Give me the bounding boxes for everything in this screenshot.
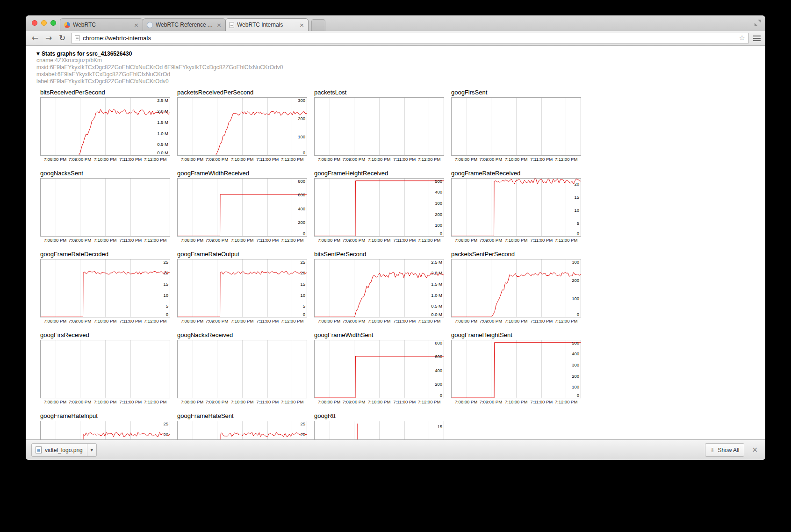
chart-xaxis: 7:08:00 PM7:09:00 PM7:10:00 PM7:11:00 PM… xyxy=(314,318,444,324)
chart-plot: 20151050 xyxy=(451,178,581,237)
x-tick-label: 7:09:00 PM xyxy=(68,237,91,243)
stat-chart: googFrameRateSent 2520151050 7:08:00 PM7… xyxy=(177,412,314,439)
chart-xaxis: 7:08:00 PM7:09:00 PM7:10:00 PM7:11:00 PM… xyxy=(40,237,170,244)
x-tick-label: 7:08:00 PM xyxy=(455,237,478,243)
chart-line-svg xyxy=(41,259,170,317)
url-text[interactable]: chrome://webrtc-internals xyxy=(83,35,151,42)
tab-strip: WebRTC × WebRTC Reference App × WebRTC I… xyxy=(26,15,765,31)
stat-chart: googFrameRateDecoded 2520151050 7:08:00 … xyxy=(40,251,177,331)
x-tick-label: 7:08:00 PM xyxy=(44,237,67,243)
x-tick-label: 7:11:00 PM xyxy=(256,318,279,324)
stat-chart: googFrameHeightSent 5004003002001000 7:0… xyxy=(451,331,588,412)
internals-favicon-icon xyxy=(230,22,234,28)
stats-graphs-heading[interactable]: ▼ Stats graphs for ssrc_4136526430 xyxy=(36,50,765,57)
address-bar[interactable]: chrome://webrtc-internals ☆ xyxy=(71,33,749,44)
x-tick-label: 7:08:00 PM xyxy=(455,318,478,324)
forward-icon[interactable]: → xyxy=(44,34,53,42)
stat-chart: bitsSentPerSecond 2.5 M2.0 M1.5 M1.0 M0.… xyxy=(314,251,451,331)
gridline xyxy=(541,98,542,155)
fullscreen-icon[interactable] xyxy=(755,20,761,26)
x-tick-label: 7:11:00 PM xyxy=(119,399,142,404)
x-tick-label: 7:10:00 PM xyxy=(94,237,117,243)
y-tick-label: 300 xyxy=(298,97,305,102)
new-tab-button[interactable] xyxy=(311,19,325,31)
chart-title: googFrameWidthReceived xyxy=(177,170,314,177)
y-tick-label: 20 xyxy=(574,181,579,187)
chart-plot: 5004003002001000 xyxy=(314,178,444,237)
chart-xaxis: 7:08:00 PM7:09:00 PM7:10:00 PM7:11:00 PM… xyxy=(40,399,170,405)
chart-xaxis: 7:08:00 PM7:09:00 PM7:10:00 PM7:11:00 PM… xyxy=(177,157,307,163)
chart-title: googFrameHeightSent xyxy=(451,331,588,338)
back-icon[interactable]: ← xyxy=(30,34,40,42)
chart-xaxis: 7:08:00 PM7:09:00 PM7:10:00 PM7:11:00 PM… xyxy=(451,237,581,244)
x-tick-label: 7:10:00 PM xyxy=(231,318,254,324)
y-tick-label: 0 xyxy=(577,230,579,236)
y-tick-label: 1.0 M xyxy=(431,292,442,297)
y-tick-label: 25 xyxy=(163,421,168,426)
gridline xyxy=(467,98,467,155)
reload-icon[interactable]: ↻ xyxy=(58,34,67,42)
x-tick-label: 7:09:00 PM xyxy=(68,399,91,404)
menu-icon[interactable] xyxy=(753,36,761,41)
tab-webrtc-internals[interactable]: WebRTC Internals × xyxy=(225,18,309,31)
download-item[interactable]: vidtel_logo.png ▾ xyxy=(31,443,97,457)
tab-webrtc-reference-app[interactable]: WebRTC Reference App × xyxy=(143,18,226,31)
download-arrow-icon: ⇩ xyxy=(710,447,715,453)
chart-xaxis: 7:08:00 PM7:09:00 PM7:10:00 PM7:11:00 PM… xyxy=(314,399,444,405)
y-tick-label: 500 xyxy=(572,340,579,345)
tab-close-icon[interactable]: × xyxy=(134,22,139,28)
x-tick-label: 7:09:00 PM xyxy=(479,157,502,162)
downloads-close-icon[interactable]: × xyxy=(752,446,758,453)
x-tick-label: 7:09:00 PM xyxy=(479,318,502,324)
downloads-bar: vidtel_logo.png ▾ ⇩ Show All × xyxy=(26,439,765,460)
y-tick-label: 300 xyxy=(572,362,579,367)
tabs: WebRTC × WebRTC Reference App × WebRTC I… xyxy=(60,18,325,31)
y-tick-label: 20 xyxy=(163,432,168,437)
chart-plot: 8006004002000 xyxy=(177,178,307,237)
chart-line-svg xyxy=(315,421,444,439)
tab-close-icon[interactable]: × xyxy=(216,22,222,28)
chart-plot: 5004003002001000 xyxy=(451,340,581,398)
gridline xyxy=(404,98,405,155)
collapse-triangle-icon: ▼ xyxy=(36,51,40,56)
x-tick-label: 7:09:00 PM xyxy=(205,399,228,404)
x-tick-label: 7:12:00 PM xyxy=(555,237,578,243)
chart-xaxis: 7:08:00 PM7:09:00 PM7:10:00 PM7:11:00 PM… xyxy=(177,399,307,405)
y-tick-label: 200 xyxy=(572,373,579,378)
x-tick-label: 7:11:00 PM xyxy=(393,237,416,243)
window-close-button[interactable] xyxy=(32,20,37,26)
chart-title: googFrameHeightReceived xyxy=(314,170,451,177)
y-tick-label: 800 xyxy=(435,340,442,345)
x-tick-label: 7:12:00 PM xyxy=(281,318,304,324)
gridline xyxy=(429,98,429,155)
meta-mslabel: mslabel:6E9laEYkyxIkTCxDgc82ZGoEhlCfxNuC… xyxy=(36,71,765,78)
chart-line-svg xyxy=(178,179,307,236)
x-tick-label: 7:08:00 PM xyxy=(318,157,341,162)
x-tick-label: 7:09:00 PM xyxy=(205,157,228,162)
y-tick-label: 5 xyxy=(166,303,168,309)
chart-plot: 2520151050 xyxy=(177,259,307,317)
tab-title: WebRTC Internals xyxy=(237,22,296,28)
tab-webrtc[interactable]: WebRTC × xyxy=(60,18,143,31)
bookmark-star-icon[interactable]: ☆ xyxy=(739,35,745,42)
y-tick-label: 0 xyxy=(440,230,442,236)
window-minimize-button[interactable] xyxy=(41,20,47,26)
show-all-button[interactable]: ⇩ Show All xyxy=(705,443,744,457)
x-tick-label: 7:09:00 PM xyxy=(205,318,228,324)
y-tick-label: 600 xyxy=(298,192,305,197)
chart-line-svg xyxy=(41,421,170,439)
chart-line-svg xyxy=(178,421,307,439)
x-tick-label: 7:12:00 PM xyxy=(144,157,167,162)
gridline xyxy=(217,340,217,398)
download-menu-caret-icon[interactable]: ▾ xyxy=(87,444,96,456)
chart-xaxis: 7:08:00 PM7:09:00 PM7:10:00 PM7:11:00 PM… xyxy=(314,157,444,163)
chart-title: bitsSentPerSecond xyxy=(314,251,451,258)
stat-chart: googFrameWidthReceived 8006004002000 7:0… xyxy=(177,170,314,251)
tab-close-icon[interactable]: × xyxy=(299,22,304,28)
gridline xyxy=(516,98,517,155)
x-tick-label: 7:10:00 PM xyxy=(231,157,254,162)
chart-title: googFrameWidthSent xyxy=(314,331,451,338)
x-tick-label: 7:10:00 PM xyxy=(368,399,391,404)
chart-xaxis: 7:08:00 PM7:09:00 PM7:10:00 PM7:11:00 PM… xyxy=(40,318,170,324)
window-zoom-button[interactable] xyxy=(50,20,56,26)
